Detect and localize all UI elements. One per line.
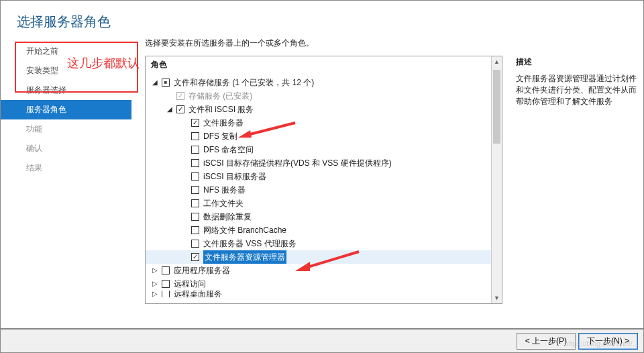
expand-spacer — [180, 186, 189, 194]
tree-node-5[interactable]: DFS 命名空间 — [146, 143, 502, 156]
tree-node-label: 网络文件 BranchCache — [203, 223, 286, 237]
wizard-window: 选择服务器角色 开始之前安装类型服务器选择服务器角色功能确认结果 选择要安装在所… — [0, 0, 644, 329]
description-body: 文件服务器资源管理器通过计划件和文件夹进行分类、配置文件从而帮助你管理和了解文件… — [516, 73, 641, 107]
wizard-step-2[interactable]: 服务器选择 — [1, 81, 131, 100]
tree-node-label: iSCSI 目标服务器 — [203, 170, 266, 183]
wizard-step-6: 结果 — [1, 158, 131, 178]
checkbox[interactable] — [191, 119, 199, 127]
checkbox[interactable] — [176, 105, 184, 113]
roles-tree[interactable]: ◢文件和存储服务 (1 个已安装，共 12 个)存储服务 (已安装)◢文件和 i… — [146, 73, 502, 300]
scroll-up-icon[interactable]: ▲ — [492, 56, 502, 67]
checkbox[interactable] — [162, 266, 170, 274]
wizard-step-5: 确认 — [1, 139, 131, 158]
tree-node-label: 存储服务 (已安装) — [189, 89, 252, 103]
expand-icon[interactable]: ▷ — [151, 280, 159, 288]
tree-node-9[interactable]: 工作文件夹 — [146, 197, 502, 210]
checkbox[interactable] — [191, 146, 199, 154]
checkbox[interactable] — [191, 199, 199, 207]
wizard-steps-sidebar: 开始之前安装类型服务器选择服务器角色功能确认结果 — [1, 38, 131, 326]
expand-spacer — [180, 253, 189, 261]
tree-node-label: DFS 复制 — [203, 130, 237, 143]
expand-spacer — [180, 119, 189, 127]
collapse-icon[interactable]: ◢ — [166, 105, 174, 113]
tree-node-7[interactable]: iSCSI 目标服务器 — [146, 170, 502, 183]
tree-node-label: 文件服务器 — [203, 116, 244, 130]
checkbox[interactable] — [191, 240, 199, 248]
checkbox[interactable] — [191, 172, 199, 181]
expand-spacer — [180, 132, 189, 140]
roles-tree-panel: 角色 ◢文件和存储服务 (1 个已安装，共 12 个)存储服务 (已安装)◢文件… — [145, 56, 502, 304]
expand-spacer — [180, 213, 189, 221]
tree-scrollbar[interactable]: ▲ ▼ — [491, 56, 502, 303]
expand-icon[interactable]: ▷ — [151, 266, 159, 274]
tree-node-15[interactable]: ▷远程访问 — [146, 277, 502, 291]
page-title: 选择服务器角色 — [17, 13, 627, 31]
tree-node-16[interactable]: ▷远程桌面服务 — [146, 291, 502, 297]
expand-spacer — [180, 226, 189, 234]
tree-node-8[interactable]: NFS 服务器 — [146, 183, 502, 197]
tree-node-label: NFS 服务器 — [203, 183, 246, 197]
roles-center-pane: 选择要安装在所选服务器上的一个或多个角色。 角色 ◢文件和存储服务 (1 个已安… — [131, 38, 509, 326]
checkbox — [176, 92, 184, 100]
tree-node-13[interactable]: 文件服务器资源管理器 — [146, 250, 491, 264]
tree-node-10[interactable]: 数据删除重复 — [146, 210, 502, 223]
expand-spacer — [180, 172, 189, 181]
wizard-main: 选择要安装在所选服务器上的一个或多个角色。 角色 ◢文件和存储服务 (1 个已安… — [131, 38, 643, 326]
checkbox[interactable] — [162, 280, 170, 288]
tree-node-4[interactable]: DFS 复制 — [146, 130, 502, 143]
tree-node-label: 应用程序服务器 — [174, 264, 230, 277]
tree-node-label: 文件服务器 VSS 代理服务 — [203, 237, 297, 250]
scrollbar-thumb[interactable] — [493, 70, 500, 144]
checkbox[interactable] — [162, 291, 170, 297]
tree-node-label: 文件和 iSCSI 服务 — [189, 103, 254, 116]
expand-spacer — [180, 159, 189, 167]
watermark: https://blog.csdn.net/... — [564, 340, 639, 348]
collapse-icon[interactable]: ◢ — [151, 79, 159, 87]
tree-node-0[interactable]: ◢文件和存储服务 (1 个已安装，共 12 个) — [146, 76, 502, 89]
description-pane: 描述 文件服务器资源管理器通过计划件和文件夹进行分类、配置文件从而帮助你管理和了… — [509, 38, 643, 326]
expand-spacer — [180, 240, 189, 248]
tree-node-label: 工作文件夹 — [203, 197, 244, 210]
checkbox[interactable] — [191, 132, 199, 140]
checkbox[interactable] — [191, 253, 199, 261]
checkbox[interactable] — [191, 226, 199, 234]
tree-node-label: 数据删除重复 — [203, 210, 252, 223]
tree-node-label: DFS 命名空间 — [203, 143, 254, 156]
expand-spacer — [166, 92, 174, 100]
expand-spacer — [180, 146, 189, 154]
checkbox[interactable] — [191, 159, 199, 167]
tree-node-label: 远程访问 — [174, 277, 206, 291]
checkbox[interactable] — [191, 213, 199, 221]
roles-tree-header: 角色 — [146, 56, 502, 73]
wizard-header: 选择服务器角色 — [1, 1, 643, 38]
expand-icon[interactable]: ▷ — [151, 291, 159, 297]
instruction-text: 选择要安装在所选服务器上的一个或多个角色。 — [145, 38, 502, 56]
tree-node-1[interactable]: 存储服务 (已安装) — [146, 89, 502, 103]
wizard-step-4: 功能 — [1, 119, 131, 139]
tree-node-label: 文件服务器资源管理器 — [203, 250, 286, 264]
tree-node-6[interactable]: iSCSI 目标存储提供程序(VDS 和 VSS 硬件提供程序) — [146, 156, 502, 170]
wizard-step-3[interactable]: 服务器角色 — [1, 100, 131, 119]
checkbox[interactable] — [162, 79, 170, 87]
tree-node-label: 文件和存储服务 (1 个已安装，共 12 个) — [174, 76, 314, 89]
checkbox[interactable] — [191, 186, 199, 194]
tree-node-label: iSCSI 目标存储提供程序(VDS 和 VSS 硬件提供程序) — [203, 156, 392, 170]
wizard-step-1[interactable]: 安装类型 — [1, 61, 131, 81]
tree-node-14[interactable]: ▷应用程序服务器 — [146, 264, 502, 277]
tree-node-12[interactable]: 文件服务器 VSS 代理服务 — [146, 237, 502, 250]
tree-node-3[interactable]: 文件服务器 — [146, 116, 502, 130]
wizard-footer: < 上一步(P) 下一步(N) > — [0, 329, 644, 353]
description-heading: 描述 — [516, 56, 641, 68]
tree-node-label: 远程桌面服务 — [174, 291, 222, 297]
wizard-step-0[interactable]: 开始之前 — [1, 42, 131, 61]
tree-node-11[interactable]: 网络文件 BranchCache — [146, 223, 502, 237]
scroll-down-icon[interactable]: ▼ — [492, 293, 502, 303]
expand-spacer — [180, 199, 189, 207]
tree-node-2[interactable]: ◢文件和 iSCSI 服务 — [146, 103, 502, 116]
wizard-body: 开始之前安装类型服务器选择服务器角色功能确认结果 选择要安装在所选服务器上的一个… — [1, 38, 643, 326]
